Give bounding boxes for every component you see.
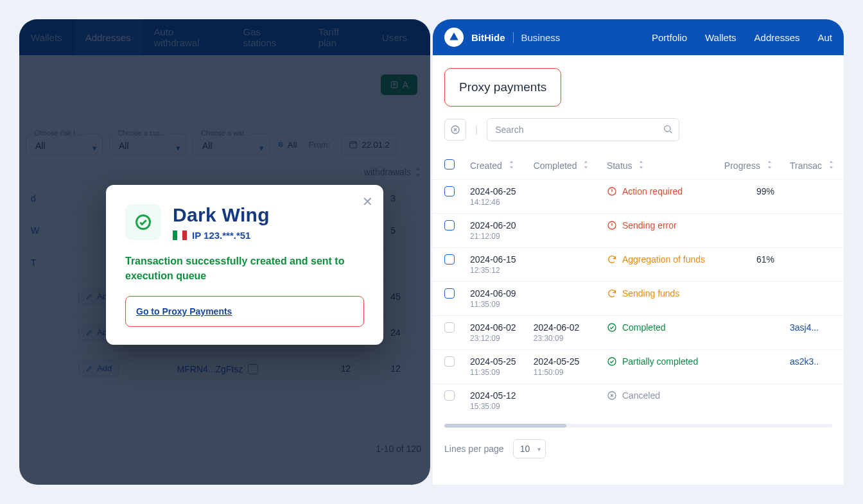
status-badge: Sending funds — [607, 288, 709, 299]
completed-date: 2024-06-02 — [534, 322, 591, 333]
chevron-down-icon: ▾ — [537, 446, 541, 453]
status-badge: Partially completed — [607, 356, 709, 367]
nav-addresses[interactable]: Addresses — [754, 32, 800, 43]
col-status[interactable]: Status — [599, 152, 717, 180]
status-badge: Aggregation of funds — [607, 254, 709, 265]
status-badge: Canceled — [607, 390, 709, 401]
alert-circle-icon — [607, 220, 617, 230]
brand-logo-icon — [444, 28, 464, 47]
modal-title: Dark Wing — [173, 204, 270, 226]
horizontal-scrollbar[interactable] — [444, 424, 832, 428]
table-row: 2024-05-1215:35:09Canceled — [433, 384, 844, 418]
progress-value — [717, 282, 782, 316]
nav-wallets[interactable]: Wallets — [705, 32, 737, 43]
search-row: | — [433, 118, 844, 141]
table-row: 2024-06-0911:35:09Sending funds — [433, 282, 844, 316]
clear-filters-button[interactable] — [444, 119, 466, 141]
table-row: 2024-06-1512:35:12Aggregation of funds61… — [433, 248, 844, 282]
check-circle-icon — [607, 356, 617, 367]
created-time: 14:12:46 — [470, 198, 518, 207]
created-time: 23:12:09 — [470, 334, 518, 343]
transaction-link[interactable]: as2k3.. — [790, 356, 819, 367]
status-badge: Completed — [607, 322, 709, 333]
col-created[interactable]: Created — [462, 152, 526, 180]
alert-circle-icon — [607, 186, 617, 196]
brand: BitHide Business — [444, 28, 560, 47]
flag-italy-icon — [173, 230, 187, 240]
row-checkbox[interactable] — [444, 288, 455, 299]
progress-value — [717, 384, 782, 418]
search-box — [487, 118, 679, 141]
row-checkbox[interactable] — [444, 390, 455, 401]
created-time: 15:35:09 — [470, 402, 518, 411]
right-nav: PortfolioWalletsAddressesAut — [652, 32, 832, 43]
created-date: 2024-06-02 — [470, 322, 518, 333]
svg-point-10 — [608, 358, 616, 365]
sort-icon — [638, 161, 644, 169]
sort-icon — [828, 161, 834, 169]
brand-sub: Business — [513, 32, 561, 43]
created-time: 11:35:09 — [470, 300, 518, 309]
right-panel: BitHide Business PortfolioWalletsAddress… — [433, 19, 844, 485]
svg-point-6 — [665, 126, 670, 132]
success-check-badge — [125, 204, 161, 240]
row-checkbox[interactable] — [444, 254, 455, 265]
progress-value — [717, 316, 782, 350]
created-date: 2024-06-15 — [470, 254, 518, 265]
col-progress[interactable]: Progress — [717, 152, 782, 180]
row-checkbox[interactable] — [444, 356, 455, 367]
brand-name: BitHide — [471, 32, 505, 43]
lines-per-page-label: Lines per page — [444, 444, 504, 454]
created-time: 12:35:12 — [470, 266, 518, 275]
success-modal: ✕ Dark Wing IP 123.***.*51 Transaction s… — [106, 185, 383, 345]
col-completed[interactable]: Completed — [526, 152, 599, 180]
refresh-icon — [607, 288, 617, 299]
row-checkbox[interactable] — [444, 186, 455, 196]
progress-value — [717, 350, 782, 384]
svg-point-9 — [608, 324, 616, 331]
col-transac[interactable]: Transac — [782, 152, 844, 180]
go-to-proxy-payments-link[interactable]: Go to Proxy Payments — [136, 306, 232, 317]
table-row: 2024-05-2511:35:092024-05-2511:50:09Part… — [433, 350, 844, 384]
sort-icon — [583, 161, 589, 169]
created-date: 2024-06-09 — [470, 288, 518, 299]
status-badge: Sending error — [607, 220, 709, 230]
nav-aut[interactable]: Aut — [817, 32, 832, 43]
created-date: 2024-06-20 — [470, 220, 518, 230]
check-circle-icon — [607, 322, 617, 333]
modal-link-box: Go to Proxy Payments — [125, 296, 364, 327]
completed-time: 23:30:09 — [534, 334, 591, 343]
close-icon[interactable]: ✕ — [362, 194, 373, 209]
nav-portfolio[interactable]: Portfolio — [652, 32, 687, 43]
progress-value: 61% — [717, 248, 782, 282]
select-all-checkbox[interactable] — [444, 159, 455, 169]
created-time: 21:12:09 — [470, 232, 518, 241]
completed-time: 11:50:09 — [534, 368, 591, 377]
transaction-link[interactable]: 3asj4... — [790, 322, 819, 333]
x-circle-icon — [607, 390, 617, 401]
sort-icon — [509, 161, 514, 169]
row-checkbox[interactable] — [444, 322, 455, 333]
left-panel: WalletsAddressesAuto withdrawalGas stati… — [19, 19, 430, 485]
modal-message: Transaction successfully created and sen… — [125, 254, 364, 283]
progress-value — [717, 214, 782, 248]
search-input[interactable] — [487, 118, 679, 141]
progress-value: 99% — [717, 180, 782, 214]
created-time: 11:35:09 — [470, 368, 518, 377]
lines-per-page-select[interactable]: 10 ▾ — [513, 439, 546, 458]
created-date: 2024-06-25 — [470, 186, 518, 196]
row-checkbox[interactable] — [444, 220, 455, 230]
page-title: Proxy payments — [444, 68, 561, 107]
scrollbar-thumb[interactable] — [444, 424, 566, 428]
completed-date: 2024-05-25 — [534, 356, 591, 367]
status-badge: Action required — [607, 186, 709, 196]
modal-ip: IP 123.***.*51 — [192, 230, 250, 241]
proxy-payments-table: Created Completed Status Progress Transa… — [433, 152, 844, 417]
right-header: BitHide Business PortfolioWalletsAddress… — [433, 19, 844, 55]
sort-icon — [767, 161, 772, 169]
right-footer: Lines per page 10 ▾ — [433, 428, 844, 470]
refresh-icon — [607, 254, 617, 265]
table-row: 2024-06-2514:12:46Action required99% — [433, 180, 844, 214]
search-icon — [663, 124, 673, 134]
created-date: 2024-05-25 — [470, 356, 518, 367]
